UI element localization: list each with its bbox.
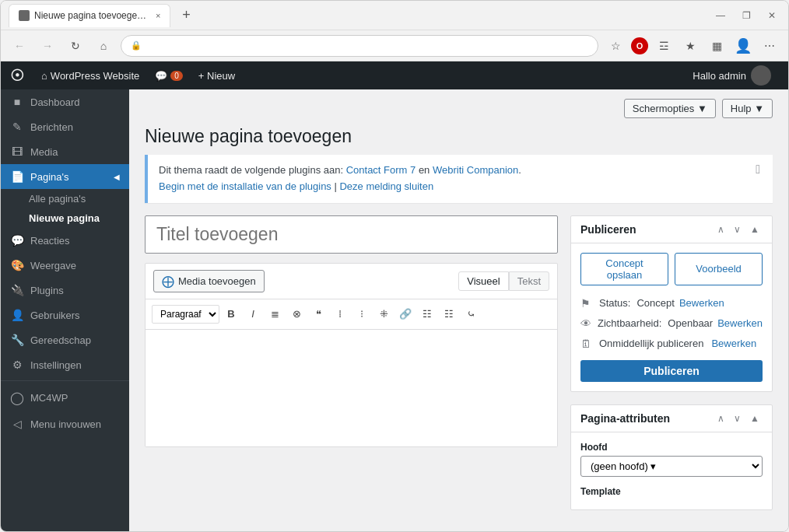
format-select[interactable]: Paragraaf — [152, 305, 219, 324]
attributes-panel: Pagina-attributen ∧ ∨ ▲ Hoofd ( — [570, 404, 773, 510]
sidebar-item-reacties[interactable]: 💬 Reacties — [1, 228, 129, 253]
publish-collapse-top[interactable]: ▲ — [747, 222, 763, 236]
forward-button[interactable]: → — [37, 35, 58, 57]
admin-bar-new[interactable]: + Nieuw — [191, 61, 243, 89]
hoofd-select[interactable]: (geen hoofd) ▾ — [580, 456, 763, 477]
visueel-tab[interactable]: Visueel — [458, 271, 508, 291]
admin-bar-site[interactable]: ⌂ WordPress Website — [33, 61, 147, 89]
refresh-button[interactable]: ↻ — [65, 35, 86, 57]
notice-dismiss-button[interactable]: 𙶋 — [751, 161, 765, 178]
visibility-edit-link[interactable]: Bewerken — [717, 317, 763, 329]
publish-collapse-up[interactable]: ∧ — [714, 222, 728, 236]
align-right-button[interactable]: ⁜ — [373, 304, 394, 324]
home-button[interactable]: ⌂ — [93, 35, 114, 57]
visibility-label: Zichtbaarheid: — [598, 317, 661, 329]
sidebar-item-berichten[interactable]: ✎ Berichten — [1, 114, 129, 139]
align-left-button[interactable]: ⁞ — [330, 304, 350, 324]
attributes-collapse-down[interactable]: ∨ — [731, 411, 744, 425]
close-button[interactable]: ✕ — [763, 9, 780, 23]
attributes-collapse-top[interactable]: ▲ — [747, 411, 763, 425]
sidebar-new-page[interactable]: Nieuwe pagina — [29, 208, 129, 228]
notice-link-webriti[interactable]: Webriti Companion — [433, 164, 518, 176]
sidebar-label-instellingen: Instellingen — [30, 359, 82, 371]
star-icon[interactable]: ☆ — [605, 35, 626, 57]
gereedschap-icon: 🔧 — [10, 334, 24, 346]
publish-action-buttons: Concept opslaan Voorbeeld — [580, 253, 763, 285]
publish-panel: Publiceren ∧ ∨ ▲ Concept o — [570, 215, 773, 392]
tekst-tab[interactable]: Tekst — [509, 271, 549, 291]
sidebar-item-instellingen[interactable]: ⚙ Instellingen — [1, 352, 129, 377]
insert-link-button[interactable]: 🔗 — [395, 304, 416, 324]
sidebar-label-mc4wp: MC4WP — [30, 392, 68, 404]
account-icon[interactable]: 👤 — [732, 35, 754, 57]
status-row: ⚑ Status: Concept Bewerken — [580, 293, 763, 313]
sidebar-label-berichten: Berichten — [30, 121, 73, 133]
sidebar-item-mc4wp[interactable]: ◯ MC4WP — [1, 384, 129, 411]
publish-panel-actions: ∧ ∨ ▲ — [714, 222, 763, 236]
sidebar-item-plugins[interactable]: 🔌 Plugins — [1, 278, 129, 303]
minimize-button[interactable]: — — [711, 9, 730, 23]
tabs-icon[interactable]: ▦ — [706, 35, 728, 57]
notice-link-contact-form[interactable]: Contact Form 7 — [346, 164, 416, 176]
schermopties-button[interactable]: Schermopties ▼ — [624, 99, 716, 118]
tab-close-btn[interactable]: × — [156, 11, 160, 20]
publish-collapse-down[interactable]: ∨ — [731, 222, 744, 236]
insert-more-button[interactable]: ☷ — [439, 304, 459, 324]
schedule-edit-link[interactable]: Bewerken — [711, 338, 756, 349]
editor-box: ⨁ Media toevoegen Visueel Tekst — [145, 263, 558, 447]
browser-titlebar: Nieuwe pagina toevoegen « Wor × + — ❐ ✕ — [1, 1, 788, 30]
publish-button[interactable]: Publiceren — [580, 360, 763, 382]
attributes-collapse-up[interactable]: ∧ — [714, 411, 728, 425]
notice-install-link[interactable]: Begin met de installatie van de plugins — [159, 180, 331, 192]
hello-admin-text: Hallo admin — [693, 70, 746, 82]
bold-button[interactable]: B — [221, 304, 241, 324]
opera-icon[interactable]: O — [631, 37, 648, 54]
notice-dismiss-link[interactable]: Deze melding sluiten — [339, 180, 433, 192]
draft-save-button[interactable]: Concept opslaan — [580, 253, 668, 285]
favorites-icon[interactable]: ★ — [679, 35, 701, 57]
gebruikers-icon: 👤 — [10, 309, 24, 321]
sidebar-item-weergave[interactable]: 🎨 Weergave — [1, 253, 129, 278]
insert-table-button[interactable]: ☷ — [417, 304, 437, 324]
align-center-button[interactable]: ⁝ — [352, 304, 372, 324]
blockquote-button[interactable]: ❝ — [308, 304, 328, 324]
lock-icon: 🔒 — [131, 40, 142, 51]
pages-icon: 📄 — [10, 170, 24, 183]
fullscreen-button[interactable]: ⤿ — [461, 304, 481, 324]
admin-bar-comments[interactable]: 💬 0 — [147, 61, 191, 89]
attributes-panel-header: Pagina-attributen ∧ ∨ ▲ — [571, 405, 772, 432]
address-bar[interactable]: 🔒 — [121, 35, 598, 57]
italic-button[interactable]: I — [243, 304, 263, 324]
wp-logo[interactable]: ☉ — [10, 66, 24, 85]
schedule-label: Onmiddellijk publiceren — [599, 338, 703, 349]
menu-icon[interactable]: ⋯ — [759, 35, 780, 57]
visibility-row: 👁 Zichtbaarheid: Openbaar Bewerken — [580, 313, 763, 334]
sidebar-item-dashboard[interactable]: ■ Dashboard — [1, 89, 129, 114]
schedule-row: 🗓 Onmiddellijk publiceren Bewerken — [580, 334, 763, 354]
editor-body[interactable] — [146, 330, 557, 446]
sidebar-item-media[interactable]: 🎞 Media — [1, 139, 129, 164]
add-media-button[interactable]: ⨁ Media toevoegen — [153, 270, 265, 292]
maximize-button[interactable]: ❐ — [738, 9, 756, 23]
content-wrap: Nieuwe pagina toevoegen Dit thema raadt … — [129, 118, 788, 531]
new-tab-button[interactable]: + — [175, 5, 197, 26]
title-input[interactable] — [145, 215, 558, 254]
hello-admin-btn[interactable]: Hallo admin — [685, 61, 779, 89]
sidebar-item-menu-invouwen[interactable]: ◁ Menu invouwen — [1, 411, 129, 436]
ordered-list-button[interactable]: ⊗ — [286, 304, 307, 324]
status-edit-link[interactable]: Bewerken — [679, 297, 724, 309]
hulp-button[interactable]: Hulp ▼ — [722, 99, 773, 118]
sidebar-item-pages[interactable]: 📄 Pagina's ◀ — [1, 164, 129, 189]
sidebar-all-pages[interactable]: Alle pagina's — [29, 189, 129, 208]
browser-tab[interactable]: Nieuwe pagina toevoegen « Wor × — [9, 4, 170, 27]
browser-toolbar: ← → ↻ ⌂ 🔒 ☆ O ☲ ★ ▦ 👤 ⋯ — [1, 30, 788, 61]
comment-icon: 💬 — [155, 70, 167, 82]
sidebar-item-gebruikers[interactable]: 👤 Gebruikers — [1, 303, 129, 327]
back-button[interactable]: ← — [9, 35, 30, 57]
schedule-icon: 🗓 — [580, 338, 594, 350]
sidebar-item-gereedschap[interactable]: 🔧 Gereedschap — [1, 327, 129, 352]
preview-button[interactable]: Voorbeeld — [675, 253, 763, 285]
extensions-icon[interactable]: ☲ — [653, 35, 675, 57]
media-icon: 🎞 — [10, 145, 24, 158]
unordered-list-button[interactable]: ≣ — [265, 304, 285, 324]
